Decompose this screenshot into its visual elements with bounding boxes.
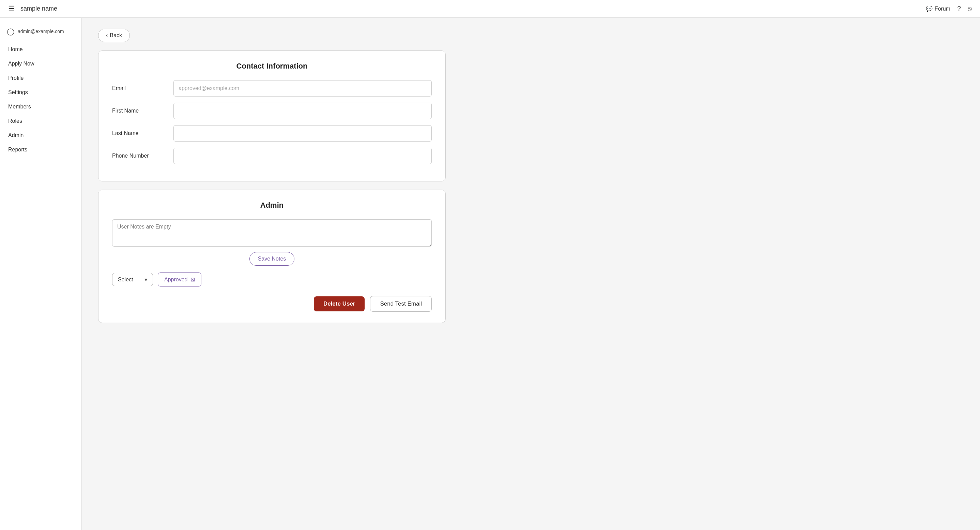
phone-number-input[interactable] (173, 148, 432, 164)
hamburger-icon[interactable]: ☰ (8, 5, 15, 13)
first-name-input[interactable] (173, 103, 432, 119)
contact-info-title: Contact Information (112, 62, 432, 70)
sidebar-item-members[interactable]: Members (0, 100, 81, 114)
forum-link[interactable]: 💬 Forum (926, 5, 950, 12)
header-right: 💬 Forum ? ⎋ (926, 5, 972, 13)
last-name-label: Last Name (112, 130, 173, 136)
back-label: Back (110, 32, 122, 38)
contact-information-card: Contact Information Email First Name Las… (98, 51, 446, 182)
header-left: ☰ sample name (8, 5, 57, 13)
last-name-input[interactable] (173, 125, 432, 142)
email-row: Email (112, 80, 432, 96)
user-notes-textarea[interactable] (112, 219, 432, 247)
admin-title: Admin (112, 201, 432, 210)
email-input[interactable] (173, 80, 432, 96)
sidebar-item-roles[interactable]: Roles (0, 114, 81, 128)
main-content: ‹ Back Contact Information Email First N… (82, 18, 980, 530)
approved-label: Approved (164, 276, 188, 283)
first-name-row: First Name (112, 103, 432, 119)
save-notes-button[interactable]: Save Notes (250, 252, 295, 266)
last-name-row: Last Name (112, 125, 432, 142)
approved-icon: ⊠ (191, 276, 195, 283)
phone-number-row: Phone Number (112, 148, 432, 164)
sidebar-item-settings[interactable]: Settings (0, 85, 81, 100)
sidebar: ◯ admin@example.com Home Apply Now Profi… (0, 18, 82, 530)
send-test-email-button[interactable]: Send Test Email (370, 296, 432, 312)
back-chevron: ‹ (106, 32, 108, 38)
logout-icon[interactable]: ⎋ (968, 5, 972, 13)
select-wrapper: Select Option 1 Option 2 ▼ (112, 273, 153, 286)
sidebar-item-reports[interactable]: Reports (0, 142, 81, 157)
header: ☰ sample name 💬 Forum ? ⎋ (0, 0, 980, 18)
sidebar-nav: Home Apply Now Profile Settings Members … (0, 42, 81, 157)
sidebar-item-admin[interactable]: Admin (0, 128, 81, 142)
sidebar-user: ◯ admin@example.com (0, 23, 81, 42)
sidebar-item-profile[interactable]: Profile (0, 71, 81, 85)
action-buttons-row: Delete User Send Test Email (112, 296, 432, 312)
delete-user-button[interactable]: Delete User (314, 296, 365, 311)
forum-icon: 💬 (926, 5, 932, 12)
back-button[interactable]: ‹ Back (98, 29, 130, 42)
app-title: sample name (21, 5, 57, 12)
layout: ◯ admin@example.com Home Apply Now Profi… (0, 18, 980, 530)
approved-badge-button[interactable]: Approved ⊠ (158, 273, 201, 286)
forum-label: Forum (935, 6, 950, 12)
email-label: Email (112, 85, 173, 91)
status-select[interactable]: Select Option 1 Option 2 (112, 273, 153, 286)
admin-bottom-row: Select Option 1 Option 2 ▼ Approved ⊠ (112, 273, 432, 286)
user-icon: ◯ (7, 27, 14, 35)
sidebar-user-email: admin@example.com (18, 29, 64, 34)
first-name-label: First Name (112, 108, 173, 114)
sidebar-item-apply-now[interactable]: Apply Now (0, 57, 81, 71)
admin-card: Admin Save Notes Select Option 1 Option … (98, 190, 446, 323)
phone-number-label: Phone Number (112, 153, 173, 159)
help-icon[interactable]: ? (957, 5, 961, 13)
sidebar-item-home[interactable]: Home (0, 42, 81, 57)
